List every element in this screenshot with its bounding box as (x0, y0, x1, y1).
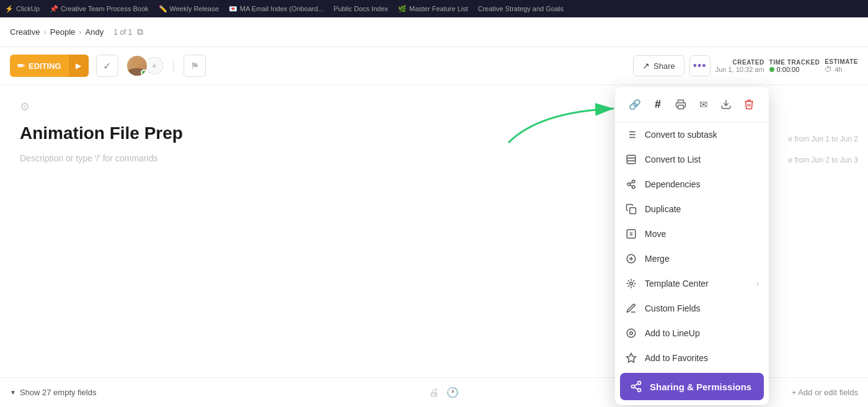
breadcrumb-separator-2: › (79, 27, 81, 37)
template-center-label: Template Center (645, 279, 749, 288)
sharing-permissions-icon (630, 380, 642, 393)
time-active-dot (769, 67, 774, 72)
editing-arrow-icon: ▶ (69, 55, 89, 77)
custom-fields-icon (625, 302, 637, 315)
svg-point-7 (632, 180, 636, 183)
tabs-bar: ⚡ ClickUp 📌 Creative Team Process Book ✏… (0, 0, 868, 17)
convert-to-subtask-item[interactable]: Convert to subtask (615, 122, 769, 147)
merge-label: Merge (645, 254, 759, 264)
history-icon[interactable]: 🕐 (446, 387, 459, 398)
svg-point-8 (632, 186, 636, 189)
dropdown-trash-button[interactable] (738, 94, 759, 114)
svg-line-24 (634, 383, 638, 385)
custom-fields-label: Custom Fields (645, 303, 759, 313)
move-icon (625, 228, 637, 240)
add-to-favorites-icon (625, 352, 637, 364)
dropdown-hash-button[interactable]: # (648, 94, 668, 114)
breadcrumb-creative[interactable]: Creative (10, 27, 40, 37)
svg-line-9 (631, 182, 632, 184)
dropdown-menu: 🔗 # ✉ (615, 87, 769, 405)
check-button[interactable]: ✓ (96, 55, 118, 77)
convert-to-list-label: Convert to List (645, 154, 759, 164)
breadcrumb-andy[interactable]: Andy (86, 27, 104, 37)
avatar[interactable] (126, 55, 148, 77)
chevron-down-icon: ▼ (10, 389, 16, 396)
tab-public-docs[interactable]: Public Docs Index (334, 5, 388, 12)
breadcrumb: Creative › People › Andy (10, 27, 104, 37)
editing-button[interactable]: ✏ EDITING ▶ (10, 55, 89, 77)
svg-rect-12 (627, 230, 636, 238)
pin-icon: 📌 (50, 5, 58, 13)
dropdown-email-button[interactable]: ✉ (693, 94, 714, 114)
dropdown-print-button[interactable] (670, 94, 691, 114)
svg-point-18 (630, 332, 633, 335)
add-edit-fields-button[interactable]: + Add or edit fields (792, 388, 858, 397)
duplicate-item[interactable]: Duplicate (615, 197, 769, 221)
mail-icon: 💌 (229, 5, 237, 13)
template-center-item[interactable]: Template Center › (615, 271, 769, 296)
sharing-permissions-label: Sharing & Permissions (650, 382, 754, 392)
flag-button[interactable]: ⚑ (184, 55, 206, 77)
dropdown-download-button[interactable] (716, 94, 737, 114)
svg-marker-19 (627, 354, 636, 362)
template-center-icon (625, 277, 637, 290)
dependencies-label: Dependencies (645, 179, 759, 189)
tab-ma-email[interactable]: 💌 MA Email Index (Onboard... (229, 5, 324, 13)
show-empty-fields-button[interactable]: ▼ Show 27 empty fields (10, 388, 96, 397)
svg-line-10 (631, 185, 632, 187)
svg-point-21 (632, 385, 635, 388)
dropdown-link-button[interactable]: 🔗 (625, 94, 645, 114)
svg-rect-11 (630, 208, 636, 214)
tab-master-feature[interactable]: 🌿 Master Feature List (398, 5, 468, 13)
share-button[interactable]: ↗ Share (633, 55, 684, 76)
add-user-button[interactable]: + (146, 57, 163, 74)
svg-point-22 (638, 388, 641, 391)
svg-point-20 (638, 382, 641, 385)
time-tracked-info: TIME TRACKED 0:00:00 (769, 59, 820, 73)
svg-line-23 (634, 387, 638, 389)
clickup-logo: ⚡ (5, 5, 14, 13)
copy-icon[interactable]: ⧉ (137, 27, 143, 37)
duplicate-label: Duplicate (645, 204, 759, 214)
hint-2: e from Jun 2 to Jun 3 (788, 156, 858, 164)
move-item[interactable]: Move (615, 221, 769, 246)
breadcrumb-separator-1: › (43, 27, 46, 37)
svg-rect-1 (678, 105, 683, 109)
clock-icon: ⏱ (825, 65, 832, 74)
add-to-lineup-icon (625, 327, 637, 339)
list-icon (625, 153, 637, 166)
merge-item[interactable]: Merge (615, 246, 769, 271)
tab-clickup[interactable]: ⚡ ClickUp (5, 5, 40, 13)
add-to-lineup-label: Add to LineUp (645, 328, 759, 338)
tab-weekly-release[interactable]: ✏️ Weekly Release (159, 5, 219, 13)
avatar-group: + (126, 55, 163, 77)
convert-to-list-item[interactable]: Convert to List (615, 147, 769, 172)
leaf-icon: 🌿 (398, 5, 407, 13)
toolbar: ✏ EDITING ▶ ✓ + ⚑ ↗ (0, 47, 868, 85)
print-bottom-icon[interactable]: 🖨 (429, 387, 439, 398)
checkmark-icon: ✓ (103, 60, 111, 72)
dependencies-icon (625, 178, 637, 190)
add-to-favorites-item[interactable]: Add to Favorites (615, 346, 769, 370)
pencil-edit-icon: ✏ (17, 61, 25, 71)
duplicate-icon (625, 203, 637, 215)
add-to-lineup-item[interactable]: Add to LineUp (615, 321, 769, 346)
template-center-arrow: › (756, 279, 759, 288)
add-to-favorites-label: Add to Favorites (645, 353, 759, 363)
sharing-permissions-item[interactable]: Sharing & Permissions (620, 373, 764, 400)
pencil-icon: ✏️ (159, 5, 167, 13)
custom-fields-item[interactable]: Custom Fields (615, 296, 769, 321)
svg-rect-3 (627, 155, 636, 164)
convert-to-subtask-label: Convert to subtask (645, 130, 759, 140)
breadcrumb-count: 1 of 1 (113, 28, 132, 37)
tab-creative-strategy[interactable]: Creative Strategy and Goals (478, 5, 564, 12)
dependencies-item[interactable]: Dependencies (615, 172, 769, 197)
breadcrumb-people[interactable]: People (50, 27, 75, 37)
toolbar-right: ↗ Share ••• CREATED Jun 1, 10:32 am TIME… (633, 55, 858, 76)
tab-creative-process[interactable]: 📌 Creative Team Process Book (50, 5, 149, 13)
subtask-icon (625, 128, 637, 141)
more-options-button[interactable]: ••• (689, 55, 711, 76)
svg-point-17 (627, 329, 636, 338)
merge-icon (625, 253, 637, 265)
share-icon: ↗ (642, 61, 650, 71)
